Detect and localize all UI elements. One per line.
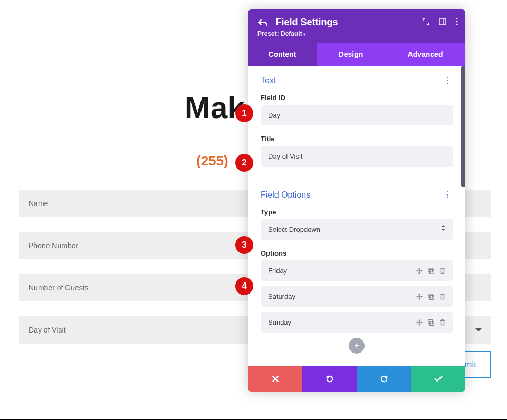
kebab-menu-icon[interactable] — [456, 18, 458, 25]
name-placeholder: Name — [28, 199, 48, 208]
panel-header: Field Settings Preset: Default — [248, 9, 465, 43]
delete-icon[interactable] — [439, 294, 445, 300]
title-label: Title — [261, 135, 453, 143]
annotation-marker-1: 1 — [235, 104, 253, 122]
close-icon — [272, 375, 279, 383]
delete-icon[interactable] — [439, 268, 445, 274]
save-button[interactable] — [411, 366, 465, 392]
option-row-label: Friday — [268, 267, 287, 275]
panel-tabs: Content Design Advanced — [248, 43, 465, 66]
guests-placeholder: Number of Guests — [28, 284, 89, 292]
tab-design[interactable]: Design — [317, 43, 385, 66]
section-text-title[interactable]: Text — [261, 76, 276, 85]
section-options-menu-icon[interactable]: ⋮ — [444, 190, 453, 200]
add-option-button[interactable]: + — [349, 338, 365, 354]
check-icon — [434, 375, 443, 383]
preset-selector[interactable]: Preset: Default — [257, 30, 456, 37]
field-id-input[interactable] — [261, 105, 453, 125]
svg-point-2 — [456, 18, 458, 19]
expand-icon[interactable] — [422, 18, 429, 25]
svg-point-4 — [456, 24, 458, 25]
option-row[interactable]: Saturday — [261, 286, 453, 307]
option-row[interactable]: Sunday — [261, 312, 453, 333]
options-label: Options — [261, 249, 453, 257]
phone-placeholder: Phone Number — [28, 241, 78, 250]
move-icon[interactable] — [416, 294, 423, 300]
title-input[interactable] — [261, 146, 453, 167]
field-id-label: Field ID — [261, 94, 453, 102]
svg-point-3 — [456, 21, 458, 23]
option-row[interactable]: Friday — [261, 260, 453, 281]
type-select[interactable] — [261, 219, 453, 240]
duplicate-icon[interactable] — [428, 319, 434, 326]
annotation-marker-3: 3 — [235, 236, 253, 254]
layout-icon[interactable] — [439, 18, 446, 25]
undo-icon — [326, 375, 334, 383]
move-icon[interactable] — [416, 319, 423, 326]
panel-title: Field Settings — [275, 17, 338, 28]
section-options-title[interactable]: Field Options — [261, 190, 310, 200]
section-text-menu-icon[interactable]: ⋮ — [444, 75, 453, 85]
move-icon[interactable] — [416, 268, 423, 274]
type-select-value[interactable] — [261, 219, 453, 240]
annotation-marker-4: 4 — [235, 277, 253, 295]
back-icon[interactable] — [257, 18, 267, 27]
undo-button[interactable] — [302, 366, 357, 392]
annotation-marker-2: 2 — [235, 154, 253, 172]
redo-icon — [380, 375, 388, 383]
type-label: Type — [261, 208, 453, 216]
delete-icon[interactable] — [439, 319, 445, 326]
option-row-label: Sunday — [268, 318, 291, 326]
panel-body: Text ⋮ Field ID Title Field Options ⋮ Ty… — [248, 66, 465, 366]
cancel-button[interactable] — [248, 366, 302, 392]
duplicate-icon[interactable] — [428, 268, 434, 274]
field-settings-panel: Field Settings Preset: Default Content D… — [248, 9, 465, 392]
section-text: Text ⋮ Field ID Title — [248, 66, 465, 180]
tab-content[interactable]: Content — [248, 43, 317, 66]
duplicate-icon[interactable] — [428, 294, 434, 300]
tab-advanced[interactable]: Advanced — [385, 43, 465, 66]
redo-button[interactable] — [357, 366, 411, 392]
phone-number-text: (255) — [196, 153, 228, 169]
option-row-label: Saturday — [268, 292, 295, 300]
panel-footer — [248, 366, 465, 392]
day-placeholder: Day of Visit — [28, 326, 66, 334]
section-field-options: Field Options ⋮ Type Options Friday Satu… — [248, 180, 465, 366]
